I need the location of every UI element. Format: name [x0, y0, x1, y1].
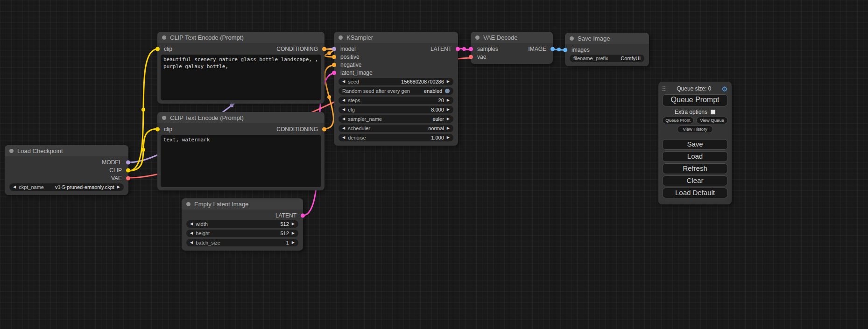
collapse-dot-icon[interactable]	[162, 116, 166, 120]
node-vae-decode[interactable]: VAE Decode samples IMAGE vae	[471, 32, 553, 64]
arrow-left-icon[interactable]: ◀	[13, 185, 16, 189]
node-save-image[interactable]: Save Image images filename_prefix ComfyU…	[565, 33, 649, 66]
latent-image-input-slot[interactable]	[332, 70, 336, 75]
conditioning-output-label: CONDITIONING	[276, 46, 325, 52]
gear-icon[interactable]: ⚙	[722, 85, 728, 92]
queue-front-button[interactable]: Queue Front	[662, 117, 694, 124]
arrow-left-icon[interactable]: ◀	[190, 241, 193, 245]
clip-output-slot[interactable]	[126, 168, 130, 172]
arrow-right-icon[interactable]: ▶	[447, 117, 450, 121]
node-title: VAE Decode	[483, 34, 517, 41]
collapse-dot-icon[interactable]	[162, 35, 166, 40]
load-default-button[interactable]: Load Default	[662, 188, 728, 198]
vae-input-slot[interactable]	[469, 55, 473, 59]
height-widget[interactable]: ◀ height 512 ▶	[186, 230, 298, 237]
collapse-dot-icon[interactable]	[186, 202, 191, 206]
arrow-left-icon[interactable]: ◀	[190, 222, 193, 226]
node-load-checkpoint[interactable]: Load Checkpoint MODEL CLIP VAE ◀ ckpt_na…	[5, 145, 128, 195]
width-widget[interactable]: ◀ width 512 ▶	[186, 220, 298, 228]
conditioning-output-slot[interactable]	[322, 127, 326, 131]
node-title-bar[interactable]: VAE Decode	[471, 32, 553, 43]
samples-input-slot[interactable]	[469, 47, 473, 51]
arrow-left-icon[interactable]: ◀	[342, 136, 345, 140]
node-graph-canvas[interactable]: Load Checkpoint MODEL CLIP VAE ◀ ckpt_na…	[0, 0, 868, 329]
node-title-bar[interactable]: KSampler	[334, 32, 458, 43]
random-seed-widget[interactable]: Random seed after every gen enabled	[339, 87, 453, 95]
arrow-right-icon[interactable]: ▶	[447, 136, 450, 140]
clip-input-slot[interactable]	[155, 127, 160, 131]
model-output-slot[interactable]	[126, 160, 130, 164]
node-title-bar[interactable]: Load Checkpoint	[5, 145, 128, 156]
node-title-bar[interactable]: Save Image	[565, 33, 649, 44]
load-button[interactable]: Load	[662, 151, 728, 162]
arrow-right-icon[interactable]: ▶	[292, 222, 295, 226]
queue-prompt-button[interactable]: Queue Prompt	[662, 94, 728, 106]
steps-widget[interactable]: ◀ steps 20 ▶	[339, 97, 453, 104]
negative-input-label: negative	[334, 62, 361, 68]
collapse-dot-icon[interactable]	[9, 149, 14, 153]
node-ksampler[interactable]: KSampler model LATENT positive negative …	[334, 32, 458, 146]
slot-row: negative	[334, 61, 458, 69]
save-button[interactable]: Save	[662, 139, 728, 150]
arrow-right-icon[interactable]: ▶	[292, 241, 295, 245]
slot-row: positive	[334, 53, 458, 61]
conditioning-output-slot[interactable]	[322, 47, 326, 51]
widget-value: 512	[280, 231, 289, 236]
node-clip-text-encode-negative[interactable]: CLIP Text Encode (Prompt) clip CONDITION…	[157, 112, 325, 190]
arrow-left-icon[interactable]: ◀	[342, 126, 345, 130]
filename-prefix-widget[interactable]: filename_prefix ComfyUI	[570, 55, 644, 62]
latent-output-slot[interactable]	[301, 213, 305, 217]
sampler-name-widget[interactable]: ◀ sampler_name euler ▶	[339, 115, 453, 123]
cfg-widget[interactable]: ◀ cfg 8.000 ▶	[339, 106, 453, 113]
node-title-bar[interactable]: CLIP Text Encode (Prompt)	[157, 112, 325, 123]
arrow-left-icon[interactable]: ◀	[342, 80, 345, 84]
arrow-right-icon[interactable]: ▶	[447, 126, 450, 130]
arrow-left-icon[interactable]: ◀	[342, 117, 345, 121]
positive-input-slot[interactable]	[332, 55, 336, 59]
arrow-right-icon[interactable]: ▶	[447, 98, 450, 102]
view-history-row: View History	[662, 126, 728, 133]
collapse-dot-icon[interactable]	[339, 35, 343, 40]
clip-input-slot[interactable]	[155, 47, 160, 51]
scheduler-widget[interactable]: ◀ scheduler normal ▶	[339, 125, 453, 132]
prompt-textarea[interactable]: beautiful scenery nature glass bottle la…	[161, 55, 321, 100]
node-title: KSampler	[346, 34, 373, 41]
view-queue-button[interactable]: View Queue	[696, 117, 728, 124]
arrow-right-icon[interactable]: ▶	[117, 185, 120, 189]
latent-output-slot[interactable]	[456, 47, 460, 51]
extra-options-checkbox[interactable]	[711, 110, 715, 114]
slot-row: LATENT	[182, 211, 303, 219]
refresh-button[interactable]: Refresh	[662, 163, 728, 174]
ckpt-name-widget[interactable]: ◀ ckpt_name v1-5-pruned-emaonly.ckpt ▶	[9, 183, 124, 191]
model-input-slot[interactable]	[332, 47, 336, 51]
collapse-dot-icon[interactable]	[570, 36, 574, 41]
vae-output-slot[interactable]	[126, 176, 130, 180]
denoise-widget[interactable]: ◀ denoise 1.000 ▶	[339, 134, 453, 141]
widget-value: normal	[428, 126, 444, 131]
toggle-icon[interactable]	[445, 89, 450, 93]
clear-button[interactable]: Clear	[662, 175, 728, 186]
arrow-right-icon[interactable]: ▶	[447, 80, 450, 84]
view-history-button[interactable]: View History	[677, 126, 713, 133]
model-input-label: model	[334, 46, 356, 52]
image-output-slot[interactable]	[550, 47, 555, 51]
widget-value: 156680208700286	[401, 79, 444, 84]
node-title-bar[interactable]: Empty Latent Image	[182, 198, 303, 210]
batch-size-widget[interactable]: ◀ batch_size 1 ▶	[186, 239, 298, 246]
arrow-left-icon[interactable]: ◀	[342, 108, 345, 112]
seed-widget[interactable]: ◀ seed 156680208700286 ▶	[339, 78, 453, 85]
prompt-textarea[interactable]: text, watermark	[161, 135, 321, 187]
arrow-left-icon[interactable]: ◀	[190, 231, 193, 235]
node-title-bar[interactable]: CLIP Text Encode (Prompt)	[157, 32, 325, 43]
arrow-right-icon[interactable]: ▶	[292, 231, 295, 235]
node-empty-latent-image[interactable]: Empty Latent Image LATENT ◀ width 512 ▶ …	[182, 198, 303, 251]
negative-input-slot[interactable]	[332, 63, 336, 67]
collapse-dot-icon[interactable]	[475, 35, 480, 40]
node-clip-text-encode-positive[interactable]: CLIP Text Encode (Prompt) clip CONDITION…	[157, 32, 325, 104]
images-input-slot[interactable]	[563, 48, 567, 52]
arrow-left-icon[interactable]: ◀	[342, 98, 345, 102]
image-output-label: IMAGE	[528, 46, 553, 52]
widget-label: Random seed after every gen	[342, 88, 410, 94]
arrow-right-icon[interactable]: ▶	[447, 108, 450, 112]
drag-handle-icon[interactable]	[662, 86, 666, 91]
